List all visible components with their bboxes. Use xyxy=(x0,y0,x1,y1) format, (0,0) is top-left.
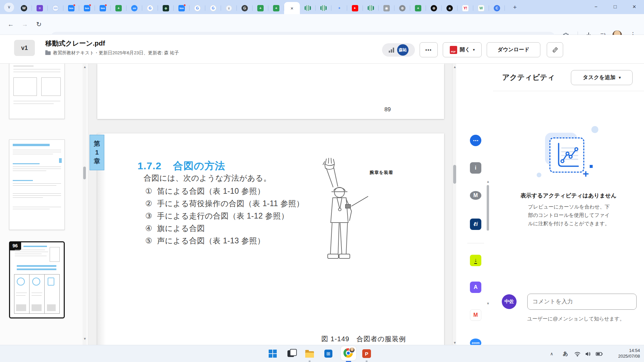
comments-app-icon[interactable]: ⋯ xyxy=(470,135,481,146)
signal-method-item: ③手による走行の合図（表 1-12 参照） xyxy=(145,210,304,222)
tab-zoom[interactable]: zm xyxy=(126,2,142,14)
viewer-scrollbar[interactable]: ▲ ▼ xyxy=(452,64,456,347)
wifi-icon[interactable] xyxy=(574,345,581,362)
tab-hexagon[interactable] xyxy=(316,2,331,14)
volume-icon[interactable] xyxy=(585,345,591,362)
tab-openai-favicon-icon: ⊛ xyxy=(431,5,437,11)
tab-green-plus[interactable]: + xyxy=(268,2,284,14)
tab-claude[interactable]: a xyxy=(442,2,458,14)
comment-input[interactable] xyxy=(527,294,637,310)
tab-gemini-favicon-icon: ✦ xyxy=(336,5,342,11)
tab-globe[interactable]: ⊕ xyxy=(394,2,410,14)
section-intro: 合図には、次のような方法がある。 xyxy=(144,173,271,183)
scroll-up-icon[interactable]: ▲ xyxy=(453,65,457,69)
file-meta: 教習所教材テキスト・更新日2025年6月23日、更新者: 森 祐子 xyxy=(45,50,179,56)
scroll-up-icon[interactable]: ▲ xyxy=(486,180,490,183)
box-file-header: v1 移動式クレーン.pdf 教習所教材テキスト・更新日2025年6月23日、更… xyxy=(0,35,644,64)
activity-scrollbar[interactable] xyxy=(487,185,489,231)
scroll-down-icon[interactable]: ▼ xyxy=(453,341,457,345)
tab-gemini[interactable]: ✦ xyxy=(331,2,347,14)
tab-yahoo[interactable]: Y! xyxy=(458,2,473,14)
clock-time: 14:54 xyxy=(610,348,640,354)
tab-youtube[interactable]: ▶ xyxy=(347,2,363,14)
m-app-icon[interactable]: M xyxy=(470,191,481,200)
tab-leaf[interactable]: ◆ xyxy=(158,2,174,14)
tab-box[interactable]: box xyxy=(79,2,95,14)
tray-overflow-button[interactable]: ∧ xyxy=(550,345,553,362)
tab-openai[interactable]: ⊛ xyxy=(426,2,442,14)
thumbnails-scrollbar[interactable]: ▲ ▼ xyxy=(83,64,87,347)
page-thumbnail[interactable] xyxy=(9,64,65,119)
tab-claude-favicon-icon: a xyxy=(446,5,453,11)
scroll-up-icon[interactable]: ▲ xyxy=(83,65,87,69)
ime-indicator[interactable]: あ xyxy=(563,345,568,362)
tab-google[interactable]: G xyxy=(205,2,221,14)
acrobat-app-icon[interactable]: A xyxy=(470,282,481,293)
reload-button[interactable]: ↻ xyxy=(34,19,44,30)
microsoft-store-button[interactable]: ⊞ xyxy=(323,348,334,359)
copy-link-button[interactable] xyxy=(547,42,563,57)
signal-method-list: ①笛による合図（表 1-10 参照）②手による荷役操作の合図（表 1-11 参照… xyxy=(145,185,304,247)
scroll-down-icon[interactable]: ▼ xyxy=(486,302,490,305)
sign-app-icon[interactable]: ℓi xyxy=(470,219,481,230)
activity-title: アクティビティ xyxy=(502,72,555,82)
tab-hexagon[interactable] xyxy=(363,2,379,14)
version-badge[interactable]: v1 xyxy=(14,40,35,56)
tab-forms[interactable]: ≡ xyxy=(32,2,48,14)
chrome-taskbar-button[interactable] xyxy=(341,346,356,360)
tab-green-plus[interactable]: + xyxy=(253,2,268,14)
collaborator-avatar[interactable]: 森祐 xyxy=(397,44,409,56)
back-button[interactable]: ← xyxy=(5,19,16,30)
tab-green-plus[interactable]: + xyxy=(111,2,126,14)
tab-box[interactable]: box xyxy=(174,2,190,14)
tab-chat[interactable]: ⋯ xyxy=(48,2,63,14)
info-app-icon[interactable]: i xyxy=(470,162,481,174)
powerpoint-button[interactable]: P xyxy=(361,348,372,359)
tab-wordpress[interactable]: W xyxy=(16,2,32,14)
tab-google[interactable]: G xyxy=(190,2,205,14)
tab-green-plus[interactable]: + xyxy=(410,2,426,14)
tab-hexagon[interactable] xyxy=(300,2,316,14)
more-options-button[interactable]: ••• xyxy=(420,42,438,57)
tab-box[interactable]: box xyxy=(63,2,79,14)
gmail-app-icon[interactable]: M xyxy=(470,309,481,321)
download-button[interactable]: ダウンロード xyxy=(487,42,540,57)
forward-button[interactable]: → xyxy=(19,19,30,30)
tab-camera[interactable]: ◉ xyxy=(379,2,394,14)
empty-activity-illustration: + xyxy=(545,131,599,181)
file-explorer-button[interactable] xyxy=(304,348,315,359)
tab-google[interactable]: G xyxy=(142,2,158,14)
tab-box-favicon-icon: box xyxy=(84,5,90,11)
empty-state-title: 表示するアクティビティはありません xyxy=(493,192,644,199)
tab-search-button[interactable]: ∨ xyxy=(4,3,14,12)
download-app-icon[interactable]: ↓ xyxy=(470,255,481,266)
stats-avatar-pill[interactable]: 森祐 xyxy=(382,43,415,57)
window-maximize-button[interactable]: □ xyxy=(607,0,623,13)
tab-active-box[interactable]: × xyxy=(284,2,300,14)
scroll-down-icon[interactable]: ▼ xyxy=(83,337,87,341)
tab-wordpress-favicon-icon: W xyxy=(21,5,27,11)
add-task-button[interactable]: タスクを追加 ▾ xyxy=(571,70,633,85)
tab-box[interactable]: box xyxy=(95,2,111,14)
section-heading: 1.7.2合図の方法 xyxy=(138,159,225,173)
window-close-button[interactable]: × xyxy=(627,0,642,13)
tab-hexagon-favicon-icon xyxy=(305,5,311,11)
active-tab-close-icon[interactable]: × xyxy=(290,5,293,11)
tab-plant[interactable]: W xyxy=(473,2,489,14)
tab-g-dark[interactable]: G xyxy=(237,2,253,14)
selected-page-thumbnail[interactable]: 96 xyxy=(9,241,65,318)
new-tab-button[interactable]: + xyxy=(510,3,520,12)
tab-google-favicon-icon: G xyxy=(210,5,216,11)
battery-icon[interactable] xyxy=(596,345,603,362)
tab-clarity[interactable]: C xyxy=(489,2,505,14)
windows-taskbar: ⊞ P ∧ あ 14:54 2025/07/08 xyxy=(0,345,644,362)
signal-method-item: ④旗による合図 xyxy=(145,222,304,235)
start-button[interactable] xyxy=(267,348,278,359)
task-view-button[interactable] xyxy=(285,348,297,359)
window-minimize-button[interactable]: − xyxy=(588,0,604,13)
taskbar-clock[interactable]: 14:54 2025/07/08 xyxy=(610,348,640,359)
page-thumbnail[interactable] xyxy=(9,139,65,230)
tab-person[interactable]: ı xyxy=(221,2,237,14)
open-with-button[interactable]: PDF 開く ▾ xyxy=(443,42,482,57)
link-icon xyxy=(552,47,558,53)
